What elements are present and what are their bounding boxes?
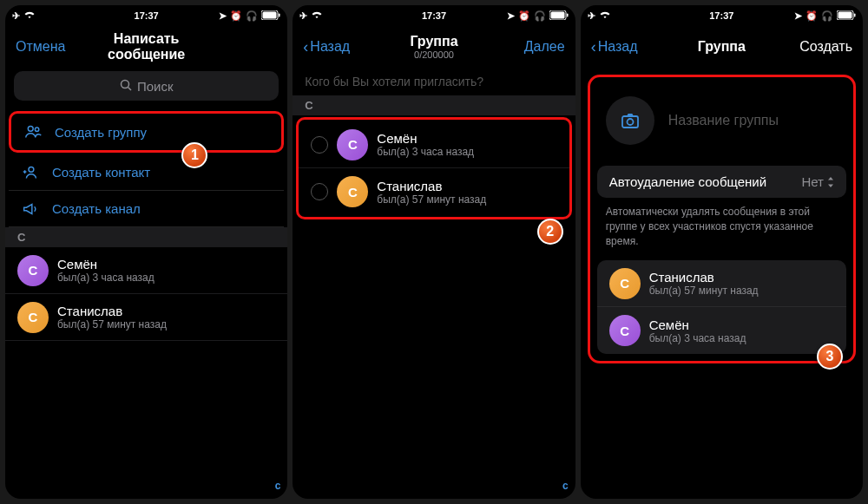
location-icon: ➤ (219, 10, 227, 22)
avatar: С (609, 315, 641, 346)
svg-line-4 (128, 87, 131, 90)
svg-rect-16 (622, 116, 638, 128)
settings-card: Название группы Автоудаление сообщений Н… (588, 75, 856, 363)
headphones-icon: 🎧 (534, 10, 546, 22)
create-contact-label: Создать контакт (52, 165, 150, 180)
svg-rect-14 (838, 11, 852, 18)
member-status: был(а) 57 минут назад (649, 285, 759, 297)
autodelete-hint: Автоматически удалять сообщения в этой г… (594, 198, 850, 260)
svg-rect-12 (567, 13, 569, 16)
channel-icon (21, 200, 40, 219)
create-group-button[interactable]: Создать группу (11, 114, 281, 150)
group-name-input[interactable]: Название группы (668, 113, 779, 128)
svg-point-3 (121, 80, 128, 88)
svg-point-6 (35, 128, 38, 131)
avatar: С (609, 268, 641, 299)
svg-point-7 (29, 167, 34, 172)
cancel-button[interactable]: Отмена (16, 39, 65, 55)
status-time: 17:37 (709, 10, 733, 21)
step-badge: 2 (537, 219, 563, 245)
airplane-icon: ✈ (588, 10, 595, 22)
create-button[interactable]: Создать (799, 39, 852, 55)
search-placeholder: Поиск (137, 79, 174, 94)
contact-row[interactable]: С Станислав был(а) 57 минут назад (5, 294, 287, 341)
alarm-icon: ⏰ (518, 10, 530, 22)
step-badge: 3 (817, 344, 843, 370)
contact-row-selectable[interactable]: С Семён был(а) 3 часа назад (299, 121, 569, 168)
svg-rect-1 (263, 11, 277, 18)
airplane-icon: ✈ (12, 10, 20, 22)
battery-icon (261, 10, 280, 22)
location-icon: ➤ (794, 10, 802, 22)
search-icon (120, 79, 132, 94)
camera-icon (620, 110, 641, 131)
contact-status: был(а) 3 часа назад (57, 272, 155, 284)
nav-title: Написать сообщение (76, 31, 217, 62)
chevron-updown-icon (827, 176, 834, 188)
autodelete-row[interactable]: Автоудаление сообщений Нет (597, 166, 846, 198)
set-photo-button[interactable] (606, 96, 654, 145)
status-bar: ✈ 17:37 ➤ ⏰ 🎧 (5, 5, 287, 26)
nav-subtitle: 0/200000 (410, 49, 457, 60)
radio-unchecked[interactable] (311, 183, 328, 200)
svg-rect-15 (854, 13, 856, 16)
section-header: С (293, 95, 575, 115)
add-contact-icon (21, 163, 40, 182)
alarm-icon: ⏰ (230, 10, 242, 22)
nav-bar: ‹ Назад Группа Создать (581, 26, 863, 68)
member-row[interactable]: С Семён был(а) 3 часа назад (597, 307, 846, 354)
create-contact-button[interactable]: Создать контакт (9, 154, 284, 191)
back-button[interactable]: ‹ Назад (303, 38, 350, 56)
contact-status: был(а) 57 минут назад (57, 318, 167, 331)
avatar: С (337, 129, 368, 160)
status-time: 17:37 (135, 10, 159, 21)
autodelete-label: Автоудаление сообщений (609, 174, 766, 189)
status-bar: ✈ 17:37 ➤ ⏰ 🎧 (293, 5, 575, 26)
member-name: Семён (649, 317, 746, 332)
airplane-icon: ✈ (299, 10, 307, 22)
headphones-icon: 🎧 (821, 10, 833, 22)
battery-icon (837, 10, 856, 22)
index-letter[interactable]: с (275, 480, 281, 492)
invite-input[interactable]: Кого бы Вы хотели пригласить? (293, 68, 575, 95)
battery-icon (549, 10, 569, 22)
alarm-icon: ⏰ (806, 10, 818, 22)
svg-rect-2 (279, 13, 280, 16)
screen-compose: ✈ 17:37 ➤ ⏰ 🎧 Отмена Написать сообщение … (5, 5, 287, 499)
create-channel-label: Создать канал (52, 201, 141, 216)
chevron-left-icon: ‹ (591, 38, 596, 56)
nav-title: Группа (698, 39, 746, 55)
next-button[interactable]: Далее (524, 39, 565, 55)
location-icon: ➤ (507, 10, 515, 22)
wifi-icon (23, 10, 36, 21)
search-input[interactable]: Поиск (14, 71, 279, 101)
index-letter[interactable]: с (562, 480, 569, 492)
contact-name: Станислав (57, 304, 167, 318)
group-icon (23, 122, 43, 141)
status-bar: ✈ 17:37 ➤ ⏰ 🎧 (581, 5, 863, 26)
action-list: Создать группу Создать контакт Создать к… (5, 109, 287, 499)
contact-name: Семён (377, 131, 474, 146)
svg-point-5 (28, 126, 33, 131)
avatar: С (17, 255, 49, 286)
nav-title: Группа 0/200000 (410, 34, 457, 60)
member-row[interactable]: С Станислав был(а) 57 минут назад (597, 260, 846, 307)
radio-unchecked[interactable] (311, 136, 328, 154)
nav-bar: Отмена Написать сообщение (5, 26, 287, 68)
group-name-row: Название группы (594, 82, 850, 166)
contact-row[interactable]: С Семён был(а) 3 часа назад (5, 247, 287, 294)
screen-group-settings: ✈ 17:37 ➤ ⏰ 🎧 ‹ Назад Группа Создать Н (581, 5, 863, 499)
member-list: С Станислав был(а) 57 минут назад С Семё… (597, 260, 846, 354)
nav-bar: ‹ Назад Группа 0/200000 Далее (293, 26, 575, 68)
back-button[interactable]: ‹ Назад (591, 38, 638, 56)
member-name: Станислав (649, 270, 759, 285)
create-channel-button[interactable]: Создать канал (9, 191, 284, 227)
contact-row-selectable[interactable]: С Станислав был(а) 57 минут назад (299, 168, 569, 215)
headphones-icon: 🎧 (246, 10, 258, 22)
autodelete-value: Нет (801, 174, 824, 189)
wifi-icon (599, 10, 611, 21)
status-time: 17:37 (422, 10, 446, 21)
contact-status: был(а) 3 часа назад (377, 146, 474, 158)
member-status: был(а) 3 часа назад (649, 332, 746, 344)
screen-select-members: ✈ 17:37 ➤ ⏰ 🎧 ‹ Назад Группа 0/200000 Да… (293, 5, 575, 499)
